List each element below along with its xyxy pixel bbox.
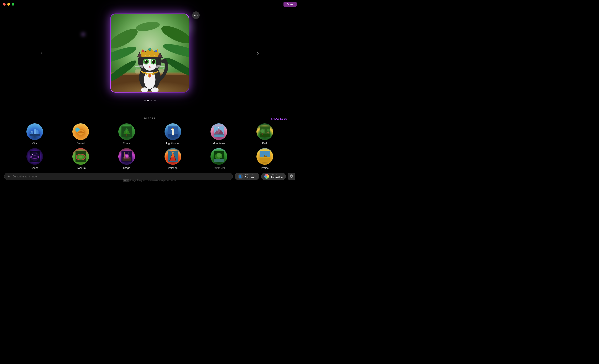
style-button[interactable]: STYLE Animation xyxy=(261,173,286,180)
lighthouse-icon xyxy=(165,123,181,140)
svg-point-45 xyxy=(155,50,158,52)
forest-icon xyxy=(118,123,135,140)
carousel-dot-4[interactable] xyxy=(154,100,156,101)
space-label: Space xyxy=(31,166,38,169)
style-category: STYLE xyxy=(271,174,283,176)
place-item-lighthouse[interactable]: Lighthouse xyxy=(150,123,195,145)
svg-point-28 xyxy=(152,60,153,61)
svg-rect-89 xyxy=(262,133,263,135)
svg-point-16 xyxy=(152,88,158,92)
svg-point-100 xyxy=(38,156,38,156)
place-item-stadium[interactable]: Stadium xyxy=(58,148,103,169)
carousel-dots xyxy=(144,100,156,101)
svg-rect-91 xyxy=(266,132,266,134)
svg-rect-60 xyxy=(32,131,32,132)
svg-point-98 xyxy=(32,154,33,155)
person-avatar: 👤 xyxy=(238,174,243,179)
image-picker-button[interactable]: 🖼 xyxy=(288,173,295,180)
svg-point-77 xyxy=(172,128,174,129)
lighthouse-label: Lighthouse xyxy=(166,142,179,145)
search-sparkle-icon: ✦ xyxy=(7,175,11,178)
stage-label: Stage xyxy=(123,166,130,169)
places-title: PLACES xyxy=(144,117,156,120)
city-icon xyxy=(26,123,43,140)
minimize-button[interactable] xyxy=(7,3,10,6)
stage-icon xyxy=(118,148,135,165)
svg-point-112 xyxy=(123,157,130,159)
svg-rect-58 xyxy=(29,134,40,136)
svg-point-111 xyxy=(125,155,128,157)
place-item-mountains[interactable]: Mountains xyxy=(196,123,241,145)
search-placeholder: Describe an image xyxy=(13,175,37,178)
svg-rect-61 xyxy=(34,129,34,130)
svg-point-99 xyxy=(36,153,36,154)
place-item-rainforest[interactable]: Rainforest xyxy=(196,148,241,169)
svg-point-40 xyxy=(152,73,154,75)
svg-point-39 xyxy=(146,73,147,75)
svg-point-101 xyxy=(31,157,31,158)
svg-rect-59 xyxy=(31,131,32,132)
place-item-desert[interactable]: Desert xyxy=(58,123,103,145)
place-item-space[interactable]: Space xyxy=(12,148,57,169)
close-button[interactable] xyxy=(3,3,6,6)
person-category: PERSON xyxy=(245,174,256,176)
person-label-group: PERSON Choose... xyxy=(245,174,256,179)
volcano-icon xyxy=(165,148,181,165)
more-options-button[interactable]: ••• xyxy=(192,11,200,19)
stadium-icon xyxy=(72,148,89,165)
svg-point-25 xyxy=(144,60,148,64)
svg-rect-84 xyxy=(214,134,224,137)
image-frame: ••• xyxy=(110,14,189,93)
generated-image xyxy=(111,14,189,92)
svg-point-15 xyxy=(141,88,148,92)
carousel-prev-button[interactable]: ‹ xyxy=(37,49,46,57)
volcano-label: Volcano xyxy=(168,166,178,169)
svg-rect-71 xyxy=(126,134,127,136)
svg-rect-86 xyxy=(260,134,270,137)
place-item-volcano[interactable]: Volcano xyxy=(150,148,195,169)
person-button[interactable]: 👤 PERSON Choose... xyxy=(235,173,259,180)
style-color-icon xyxy=(264,174,269,179)
prairie-label: Prairie xyxy=(261,166,269,169)
svg-point-43 xyxy=(149,48,151,50)
svg-point-26 xyxy=(152,60,155,64)
show-less-button[interactable]: SHOW LESS xyxy=(271,117,287,120)
place-item-stage[interactable]: Stage xyxy=(105,148,149,169)
beta-notice-text: Image Playground may create unexpected r… xyxy=(130,179,176,182)
places-header: PLACES SHOW LESS xyxy=(12,117,287,120)
prairie-icon xyxy=(256,148,273,165)
carousel-next-button[interactable]: › xyxy=(254,49,262,57)
svg-point-41 xyxy=(155,72,157,74)
carousel-dot-3[interactable] xyxy=(150,100,152,101)
place-item-park[interactable]: Park xyxy=(243,123,287,145)
svg-rect-127 xyxy=(260,157,270,158)
rainforest-icon xyxy=(211,148,227,165)
style-label-group: STYLE Animation xyxy=(271,174,283,179)
mountains-label: Mountains xyxy=(212,142,225,145)
svg-rect-92 xyxy=(269,132,269,134)
beta-notice: BETAImage Playground may create unexpect… xyxy=(123,179,177,182)
park-icon xyxy=(256,123,273,140)
place-item-prairie[interactable]: Prairie xyxy=(243,148,287,169)
maximize-button[interactable] xyxy=(12,3,14,6)
done-button[interactable]: Done xyxy=(283,2,297,7)
forest-label: Forest xyxy=(123,142,131,145)
svg-point-27 xyxy=(145,60,146,61)
person-value: Choose... xyxy=(245,176,256,179)
image-area: ‹ xyxy=(0,9,300,101)
svg-rect-74 xyxy=(172,130,174,135)
svg-point-119 xyxy=(172,152,174,153)
svg-point-47 xyxy=(145,55,146,56)
places-section: PLACES SHOW LESS City Desert Forest xyxy=(0,117,300,169)
stadium-label: Stadium xyxy=(76,166,86,169)
carousel-dot-1[interactable] xyxy=(144,100,146,101)
search-field[interactable]: ✦ Describe an image xyxy=(4,173,233,180)
svg-point-37 xyxy=(149,74,151,77)
place-item-city[interactable]: City xyxy=(12,123,57,145)
svg-point-48 xyxy=(149,55,150,56)
style-value: Animation xyxy=(271,176,283,179)
city-label: City xyxy=(32,142,37,145)
carousel-dot-2[interactable] xyxy=(147,100,149,101)
place-item-forest[interactable]: Forest xyxy=(105,123,149,145)
carousel-container: ‹ xyxy=(0,9,300,97)
